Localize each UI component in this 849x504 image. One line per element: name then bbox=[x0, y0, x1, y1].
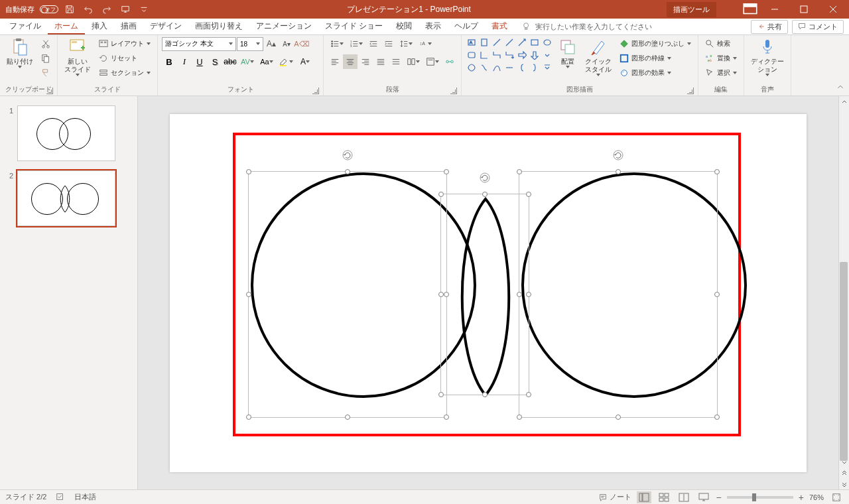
undo-icon[interactable] bbox=[81, 2, 96, 17]
reading-view-icon[interactable] bbox=[677, 491, 691, 503]
shape-effects-button[interactable]: 図形の効果 bbox=[617, 66, 694, 80]
change-case-button[interactable]: Aa bbox=[257, 54, 276, 69]
align-right-button[interactable] bbox=[358, 54, 373, 69]
zoom-slider[interactable] bbox=[727, 496, 793, 499]
comments-button[interactable]: コメント bbox=[792, 20, 844, 34]
align-text-button[interactable] bbox=[423, 54, 442, 69]
new-slide-button[interactable]: 新しい スライド bbox=[62, 36, 94, 78]
shape-textbox-vert[interactable] bbox=[478, 36, 490, 48]
increase-indent-button[interactable] bbox=[381, 36, 396, 51]
reset-button[interactable]: リセット bbox=[96, 51, 153, 65]
copy-button[interactable] bbox=[38, 51, 53, 65]
shape-line[interactable] bbox=[491, 36, 503, 48]
shape-freeform1[interactable] bbox=[466, 62, 478, 74]
shape-down-arrow[interactable] bbox=[529, 49, 541, 61]
zoom-out-icon[interactable]: − bbox=[716, 492, 722, 503]
start-from-beginning-icon[interactable] bbox=[118, 2, 133, 17]
shape-connector[interactable] bbox=[503, 62, 515, 74]
dictate-button[interactable]: ディクテー ション bbox=[748, 36, 787, 78]
decrease-indent-button[interactable] bbox=[366, 36, 381, 51]
autosave-toggle[interactable]: オフ bbox=[40, 5, 58, 13]
shape-textbox[interactable]: A bbox=[466, 36, 478, 48]
tab-home[interactable]: ホーム bbox=[48, 19, 85, 34]
paste-button[interactable]: 貼り付け bbox=[4, 36, 36, 70]
section-button[interactable]: セクション bbox=[96, 66, 153, 80]
shape-gallery-expand[interactable] bbox=[541, 62, 553, 74]
shape-oval[interactable] bbox=[541, 36, 553, 48]
arrange-button[interactable]: 配置 bbox=[556, 36, 580, 70]
font-launcher[interactable] bbox=[312, 88, 319, 94]
font-name-combo[interactable]: 游ゴシック 本文 bbox=[162, 37, 236, 51]
clear-formatting-icon[interactable]: A⌫ bbox=[294, 36, 309, 51]
slide-thumbnail-2[interactable]: 2 bbox=[0, 168, 137, 233]
shape-rect[interactable] bbox=[529, 36, 541, 48]
font-size-combo[interactable]: 18 bbox=[237, 37, 263, 51]
share-button[interactable]: 共有 bbox=[751, 20, 788, 34]
highlight-button[interactable] bbox=[277, 54, 295, 69]
font-color-button[interactable]: A bbox=[296, 54, 314, 69]
clipboard-launcher[interactable] bbox=[46, 88, 53, 94]
tab-animations[interactable]: アニメーション bbox=[249, 19, 318, 34]
normal-view-icon[interactable] bbox=[637, 491, 651, 503]
spellcheck-icon[interactable] bbox=[56, 492, 65, 503]
tab-design[interactable]: デザイン bbox=[143, 19, 188, 34]
tab-insert[interactable]: 挿入 bbox=[85, 19, 114, 34]
language-indicator[interactable]: 日本語 bbox=[74, 492, 96, 503]
shape-curve[interactable] bbox=[491, 62, 503, 74]
numbering-button[interactable]: 123 bbox=[347, 36, 365, 51]
rotate-handle-icon[interactable] bbox=[479, 172, 491, 184]
rotate-handle-icon[interactable] bbox=[612, 149, 624, 161]
layout-button[interactable]: レイアウト bbox=[96, 36, 153, 50]
slide-thumbnail-1[interactable]: 1 bbox=[0, 103, 137, 168]
find-button[interactable]: 検索 bbox=[702, 36, 740, 50]
shape-brace-l[interactable] bbox=[516, 62, 528, 74]
tab-help[interactable]: ヘルプ bbox=[448, 19, 485, 34]
distribute-button[interactable] bbox=[389, 54, 403, 69]
char-spacing-button[interactable]: AV bbox=[238, 54, 257, 69]
tab-slideshow[interactable]: スライド ショー bbox=[318, 19, 389, 34]
shape-line2[interactable] bbox=[503, 36, 515, 48]
shape-elbow-arrow[interactable] bbox=[503, 49, 515, 61]
close-button[interactable] bbox=[820, 0, 846, 19]
format-painter-button[interactable] bbox=[38, 66, 53, 80]
next-slide-icon[interactable] bbox=[839, 479, 849, 489]
redo-icon[interactable] bbox=[99, 2, 114, 17]
vertical-scrollbar[interactable] bbox=[838, 96, 849, 489]
shape-brace-r[interactable] bbox=[529, 62, 541, 74]
justify-button[interactable] bbox=[373, 54, 388, 69]
maximize-button[interactable] bbox=[791, 0, 817, 19]
notes-button[interactable]: ノート bbox=[598, 492, 631, 502]
drawing-launcher[interactable] bbox=[687, 88, 694, 94]
scroll-down-icon[interactable] bbox=[839, 458, 849, 468]
text-direction-button[interactable]: ↕A bbox=[416, 36, 434, 51]
smartart-button[interactable] bbox=[442, 54, 457, 69]
columns-button[interactable] bbox=[404, 54, 423, 69]
zoom-in-icon[interactable]: + bbox=[799, 492, 804, 503]
qat-customize-icon[interactable] bbox=[137, 2, 151, 17]
strikethrough-button[interactable]: abc bbox=[223, 54, 237, 69]
shape-l[interactable] bbox=[478, 49, 490, 61]
bullets-button[interactable] bbox=[328, 36, 346, 51]
shape-fill-button[interactable]: 図形の塗りつぶし bbox=[617, 36, 694, 50]
prev-slide-icon[interactable] bbox=[839, 468, 849, 479]
shape-freeform2[interactable] bbox=[478, 62, 490, 74]
shape-outline-button[interactable]: 図形の枠線 bbox=[617, 51, 694, 65]
italic-button[interactable]: I bbox=[177, 54, 192, 69]
tab-file[interactable]: ファイル bbox=[3, 19, 48, 34]
paragraph-launcher[interactable] bbox=[450, 88, 457, 94]
fit-to-window-icon[interactable] bbox=[829, 491, 844, 503]
tab-view[interactable]: 表示 bbox=[419, 19, 448, 34]
quick-styles-button[interactable]: クイック スタイル bbox=[582, 36, 614, 78]
shape-arrow-line[interactable] bbox=[516, 36, 528, 48]
save-icon[interactable] bbox=[62, 2, 77, 17]
bold-button[interactable]: B bbox=[162, 54, 176, 69]
underline-button[interactable]: U bbox=[192, 54, 207, 69]
current-slide[interactable] bbox=[170, 114, 807, 472]
collapse-ribbon-icon[interactable] bbox=[836, 82, 845, 93]
shape-roundrect[interactable] bbox=[466, 49, 478, 61]
align-center-button[interactable] bbox=[343, 54, 358, 69]
align-left-button[interactable] bbox=[328, 54, 342, 69]
slide-indicator[interactable]: スライド 2/2 bbox=[5, 492, 46, 503]
slide-sorter-view-icon[interactable] bbox=[657, 491, 671, 503]
tab-transitions[interactable]: 画面切り替え bbox=[188, 19, 249, 34]
